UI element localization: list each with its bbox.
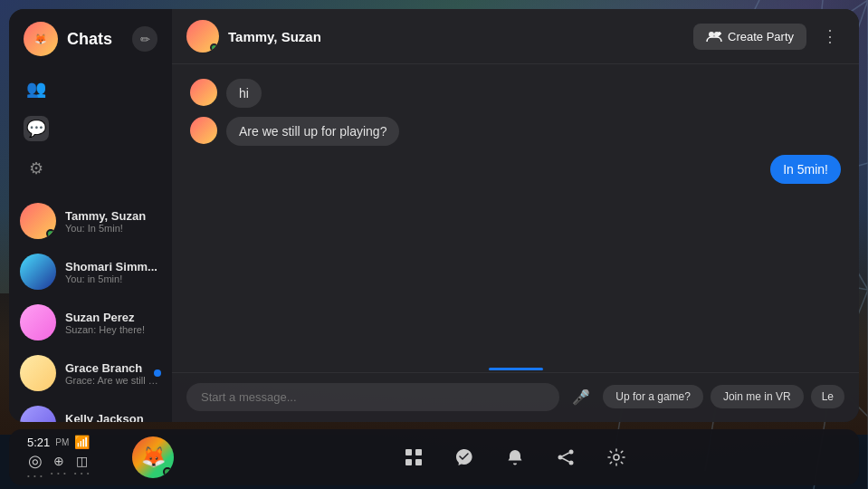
taskbar-time: 5:21 PM 📶 [27, 435, 118, 449]
chat-avatar-kelly [20, 406, 56, 422]
msg-avatar-tammy-1 [190, 79, 217, 106]
glasses-dots: • • • [74, 469, 91, 477]
svg-rect-31 [405, 449, 412, 455]
chat-preview-suzan: Suzan: Hey there! [65, 324, 161, 335]
quick-reply-vr-button[interactable]: Join me in VR [711, 385, 804, 408]
chat-info-grace: Grace Branch Grace: Are we still u... [65, 361, 161, 386]
scroll-indicator [172, 364, 859, 372]
chat-preview-grace: Grace: Are we still u... [65, 375, 161, 386]
chat-name-kelly: Kelly Jackson [65, 412, 161, 423]
taskbar-user-avatar[interactable]: 🦊 [132, 436, 174, 478]
sidebar-item-chats[interactable]: 💬 [9, 109, 172, 149]
chat-list: Tammy, Suzan You: In 5min! Shomari Simm.… [9, 192, 172, 422]
taskbar-apps [188, 441, 841, 474]
sidebar-item-friends[interactable]: 👥 [9, 69, 172, 109]
sidebar-header: 🦊 Chats ✏ [9, 9, 172, 65]
app-messenger-button[interactable] [448, 441, 481, 474]
app-notifications-button[interactable] [499, 441, 531, 474]
sidebar-nav: 👥 💬 ⚙ [9, 65, 172, 192]
controllers-icon: ⊕ [53, 454, 64, 468]
user-avatar: 🦊 [24, 22, 58, 56]
input-area: 🎤 Up for a game? Join me in VR Le [172, 372, 859, 422]
friends-icon: 👥 [24, 76, 49, 101]
taskbar: 5:21 PM 📶 ◎ • • • ⊕ • • • ◫ • • • [9, 429, 859, 485]
chat-name-grace: Grace Branch [65, 361, 161, 375]
app-settings-button[interactable] [600, 441, 633, 474]
chat-icon: 💬 [24, 116, 49, 141]
chat-info-shomari: Shomari Simm... You: in 5min! [65, 260, 161, 284]
app-share-button[interactable] [549, 441, 582, 474]
svg-point-27 [709, 32, 714, 37]
msg-avatar-tammy-2 [190, 117, 217, 144]
device-controllers[interactable]: ⊕ • • • [51, 454, 67, 477]
svg-point-37 [568, 461, 573, 465]
chat-panel: 🦊 Chats ✏ 👥 💬 ⚙ [9, 9, 859, 422]
chat-item-grace[interactable]: Grace Branch Grace: Are we still u... [9, 348, 172, 398]
msg-bubble-3: In 5min! [770, 155, 841, 184]
svg-line-38 [562, 453, 569, 456]
svg-point-40 [614, 455, 619, 460]
message-row-2: Are we still up for playing? [190, 117, 841, 146]
app-grid-button[interactable] [397, 441, 430, 474]
conversation-panel: Tammy, Suzan Create Party ⋮ [172, 9, 859, 422]
conversation-header: Tammy, Suzan Create Party ⋮ [172, 9, 859, 64]
quick-reply-more-button[interactable]: Le [811, 385, 844, 408]
chat-avatar-shomari [20, 254, 56, 290]
svg-rect-34 [415, 459, 422, 465]
ui-container: 🦊 Chats ✏ 👥 💬 ⚙ [9, 9, 859, 489]
scroll-bar [489, 368, 543, 370]
chat-info-tammy: Tammy, Suzan You: In 5min! [65, 209, 161, 234]
settings-icon: ⚙ [24, 156, 49, 181]
controllers-dots: • • • [51, 469, 67, 477]
device-glasses[interactable]: ◫ • • • [74, 454, 91, 477]
msg-bubble-1: hi [226, 79, 262, 108]
chat-info-suzan: Suzan Perez Suzan: Hey there! [65, 311, 161, 335]
mic-button[interactable]: 🎤 [567, 382, 596, 411]
chat-avatar-tammy [20, 203, 56, 239]
clock-period: PM [55, 437, 69, 447]
sidebar: 🦊 Chats ✏ 👥 💬 ⚙ [9, 9, 172, 422]
chat-name-tammy: Tammy, Suzan [65, 209, 161, 223]
headset-dots: • • • [27, 472, 43, 480]
chat-info-kelly: Kelly Jackson You: Not yet! [65, 412, 161, 423]
svg-point-35 [568, 450, 573, 455]
message-row-1: hi [190, 79, 841, 108]
message-input[interactable] [186, 383, 559, 411]
device-headset[interactable]: ◎ • • • [27, 451, 43, 480]
conv-contact-avatar [186, 20, 219, 53]
taskbar-devices: ◎ • • • ⊕ • • • ◫ • • • [27, 451, 118, 480]
online-indicator [46, 229, 55, 238]
sidebar-item-settings[interactable]: ⚙ [9, 149, 172, 188]
create-party-button[interactable]: Create Party [693, 24, 806, 50]
sidebar-title: Chats [67, 30, 123, 49]
create-party-icon [706, 30, 722, 43]
messages-area: hi Are we still up for playing? In 5min! [172, 64, 859, 364]
taskbar-online-indicator [163, 467, 172, 476]
conv-contact-name: Tammy, Suzan [228, 29, 684, 44]
chat-item-tammy-suzan[interactable]: Tammy, Suzan You: In 5min! [9, 196, 172, 246]
svg-rect-32 [415, 449, 422, 455]
chat-avatar-grace [20, 355, 56, 391]
svg-point-28 [714, 32, 720, 37]
edit-button[interactable]: ✏ [132, 26, 157, 52]
glasses-icon: ◫ [76, 454, 88, 468]
clock-display: 5:21 [27, 436, 50, 449]
headset-icon: ◎ [28, 451, 43, 471]
chat-avatar-suzan [20, 304, 56, 340]
message-row-3: In 5min! [190, 155, 841, 184]
svg-line-39 [562, 458, 569, 462]
chat-preview-tammy: You: In 5min! [65, 223, 161, 234]
unread-indicator-grace [154, 369, 161, 377]
chat-item-suzan[interactable]: Suzan Perez Suzan: Hey there! [9, 297, 172, 348]
more-options-button[interactable]: ⋮ [816, 22, 844, 51]
chat-item-kelly[interactable]: Kelly Jackson You: Not yet! [9, 398, 172, 422]
chat-name-shomari: Shomari Simm... [65, 260, 161, 273]
chat-item-shomari[interactable]: Shomari Simm... You: in 5min! [9, 246, 172, 297]
chat-name-suzan: Suzan Perez [65, 311, 161, 324]
conv-online-indicator [210, 43, 218, 52]
quick-reply-game-button[interactable]: Up for a game? [603, 385, 703, 408]
taskbar-left: 5:21 PM 📶 ◎ • • • ⊕ • • • ◫ • • • [27, 435, 118, 480]
svg-rect-33 [405, 459, 412, 465]
msg-bubble-2: Are we still up for playing? [226, 117, 399, 146]
svg-point-36 [558, 455, 562, 460]
